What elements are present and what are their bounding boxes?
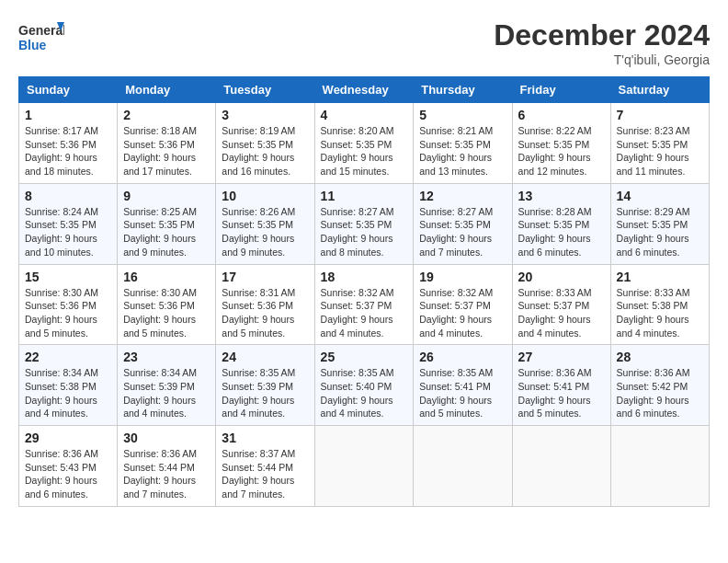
calendar-cell: 30 Sunrise: 8:36 AMSunset: 5:44 PMDaylig… <box>118 426 216 507</box>
calendar-cell <box>314 426 414 507</box>
day-number: 3 <box>222 108 308 122</box>
calendar-cell: 7 Sunrise: 8:23 AMSunset: 5:35 PMDayligh… <box>610 103 709 184</box>
calendar-cell <box>610 426 709 507</box>
calendar-cell: 18 Sunrise: 8:32 AMSunset: 5:37 PMDaylig… <box>314 264 414 345</box>
day-info: Sunrise: 8:32 AMSunset: 5:37 PMDaylight:… <box>321 287 394 339</box>
day-number: 22 <box>25 350 111 364</box>
day-info: Sunrise: 8:23 AMSunset: 5:35 PMDaylight:… <box>617 125 690 177</box>
day-number: 29 <box>25 431 111 445</box>
day-number: 25 <box>321 350 408 364</box>
logo: General Blue <box>18 18 64 59</box>
day-number: 6 <box>518 108 605 122</box>
day-number: 12 <box>419 189 506 203</box>
weekday-header-saturday: Saturday <box>610 77 709 103</box>
calendar-cell: 20 Sunrise: 8:33 AMSunset: 5:37 PMDaylig… <box>512 264 610 345</box>
title-area: December 2024 T'q'ibuli, Georgia <box>494 18 710 67</box>
day-info: Sunrise: 8:27 AMSunset: 5:35 PMDaylight:… <box>321 206 394 258</box>
calendar-cell: 1 Sunrise: 8:17 AMSunset: 5:36 PMDayligh… <box>19 103 118 184</box>
logo-svg: General Blue <box>18 18 64 59</box>
day-number: 14 <box>617 189 703 203</box>
calendar-cell <box>512 426 610 507</box>
week-row-2: 8 Sunrise: 8:24 AMSunset: 5:35 PMDayligh… <box>19 183 710 264</box>
calendar-cell: 13 Sunrise: 8:28 AMSunset: 5:35 PMDaylig… <box>512 183 610 264</box>
day-number: 30 <box>123 431 210 445</box>
day-info: Sunrise: 8:29 AMSunset: 5:35 PMDaylight:… <box>617 206 690 258</box>
day-info: Sunrise: 8:24 AMSunset: 5:35 PMDaylight:… <box>25 206 98 258</box>
svg-text:Blue: Blue <box>18 38 47 52</box>
weekday-header-friday: Friday <box>512 77 610 103</box>
day-info: Sunrise: 8:32 AMSunset: 5:37 PMDaylight:… <box>419 287 493 339</box>
day-info: Sunrise: 8:21 AMSunset: 5:35 PMDaylight:… <box>419 125 493 177</box>
day-number: 24 <box>222 350 308 364</box>
calendar-cell: 19 Sunrise: 8:32 AMSunset: 5:37 PMDaylig… <box>414 264 512 345</box>
day-info: Sunrise: 8:36 AMSunset: 5:44 PMDaylight:… <box>123 448 197 500</box>
day-number: 10 <box>222 189 308 203</box>
calendar-cell: 5 Sunrise: 8:21 AMSunset: 5:35 PMDayligh… <box>414 103 512 184</box>
calendar-cell: 27 Sunrise: 8:36 AMSunset: 5:41 PMDaylig… <box>512 345 610 426</box>
calendar-cell: 17 Sunrise: 8:31 AMSunset: 5:36 PMDaylig… <box>216 264 314 345</box>
day-info: Sunrise: 8:25 AMSunset: 5:35 PMDaylight:… <box>123 206 197 258</box>
weekday-header-wednesday: Wednesday <box>314 77 414 103</box>
calendar-cell: 25 Sunrise: 8:35 AMSunset: 5:40 PMDaylig… <box>314 345 414 426</box>
day-number: 5 <box>419 108 506 122</box>
day-number: 19 <box>419 270 506 284</box>
day-info: Sunrise: 8:20 AMSunset: 5:35 PMDaylight:… <box>321 125 394 177</box>
day-number: 15 <box>25 270 111 284</box>
calendar-cell: 12 Sunrise: 8:27 AMSunset: 5:35 PMDaylig… <box>414 183 512 264</box>
calendar-cell: 15 Sunrise: 8:30 AMSunset: 5:36 PMDaylig… <box>19 264 118 345</box>
calendar-cell: 6 Sunrise: 8:22 AMSunset: 5:35 PMDayligh… <box>512 103 610 184</box>
day-number: 21 <box>617 270 703 284</box>
day-info: Sunrise: 8:18 AMSunset: 5:36 PMDaylight:… <box>123 125 197 177</box>
day-info: Sunrise: 8:28 AMSunset: 5:35 PMDaylight:… <box>518 206 592 258</box>
svg-text:General: General <box>18 23 64 38</box>
day-info: Sunrise: 8:36 AMSunset: 5:42 PMDaylight:… <box>617 367 690 419</box>
day-number: 18 <box>321 270 408 284</box>
weekday-header-monday: Monday <box>118 77 216 103</box>
page-header: General Blue December 2024 T'q'ibuli, Ge… <box>18 18 710 67</box>
day-info: Sunrise: 8:26 AMSunset: 5:35 PMDaylight:… <box>222 206 295 258</box>
day-number: 7 <box>617 108 703 122</box>
week-row-4: 22 Sunrise: 8:34 AMSunset: 5:38 PMDaylig… <box>19 345 710 426</box>
day-number: 11 <box>321 189 408 203</box>
calendar-cell: 2 Sunrise: 8:18 AMSunset: 5:36 PMDayligh… <box>118 103 216 184</box>
weekday-header-sunday: Sunday <box>19 77 118 103</box>
calendar-cell: 23 Sunrise: 8:34 AMSunset: 5:39 PMDaylig… <box>118 345 216 426</box>
day-info: Sunrise: 8:34 AMSunset: 5:38 PMDaylight:… <box>25 367 98 419</box>
calendar-table: SundayMondayTuesdayWednesdayThursdayFrid… <box>18 76 710 507</box>
weekday-header-thursday: Thursday <box>414 77 512 103</box>
day-info: Sunrise: 8:27 AMSunset: 5:35 PMDaylight:… <box>419 206 493 258</box>
calendar-cell: 21 Sunrise: 8:33 AMSunset: 5:38 PMDaylig… <box>610 264 709 345</box>
day-info: Sunrise: 8:30 AMSunset: 5:36 PMDaylight:… <box>123 287 197 339</box>
day-number: 31 <box>222 431 308 445</box>
calendar-cell: 3 Sunrise: 8:19 AMSunset: 5:35 PMDayligh… <box>216 103 314 184</box>
calendar-cell: 16 Sunrise: 8:30 AMSunset: 5:36 PMDaylig… <box>118 264 216 345</box>
calendar-cell: 29 Sunrise: 8:36 AMSunset: 5:43 PMDaylig… <box>19 426 118 507</box>
location: T'q'ibuli, Georgia <box>494 52 710 67</box>
day-info: Sunrise: 8:22 AMSunset: 5:35 PMDaylight:… <box>518 125 592 177</box>
day-info: Sunrise: 8:36 AMSunset: 5:43 PMDaylight:… <box>25 448 98 500</box>
day-number: 8 <box>25 189 111 203</box>
calendar-cell <box>414 426 512 507</box>
day-number: 4 <box>321 108 408 122</box>
calendar-cell: 8 Sunrise: 8:24 AMSunset: 5:35 PMDayligh… <box>19 183 118 264</box>
day-number: 2 <box>123 108 210 122</box>
day-number: 16 <box>123 270 210 284</box>
day-info: Sunrise: 8:34 AMSunset: 5:39 PMDaylight:… <box>123 367 197 419</box>
calendar-cell: 11 Sunrise: 8:27 AMSunset: 5:35 PMDaylig… <box>314 183 414 264</box>
day-number: 20 <box>518 270 605 284</box>
calendar-cell: 31 Sunrise: 8:37 AMSunset: 5:44 PMDaylig… <box>216 426 314 507</box>
day-info: Sunrise: 8:33 AMSunset: 5:38 PMDaylight:… <box>617 287 690 339</box>
day-info: Sunrise: 8:31 AMSunset: 5:36 PMDaylight:… <box>222 287 295 339</box>
day-number: 23 <box>123 350 210 364</box>
weekday-header-tuesday: Tuesday <box>216 77 314 103</box>
calendar-cell: 24 Sunrise: 8:35 AMSunset: 5:39 PMDaylig… <box>216 345 314 426</box>
week-row-3: 15 Sunrise: 8:30 AMSunset: 5:36 PMDaylig… <box>19 264 710 345</box>
day-info: Sunrise: 8:36 AMSunset: 5:41 PMDaylight:… <box>518 367 592 419</box>
calendar-cell: 22 Sunrise: 8:34 AMSunset: 5:38 PMDaylig… <box>19 345 118 426</box>
day-number: 27 <box>518 350 605 364</box>
day-info: Sunrise: 8:19 AMSunset: 5:35 PMDaylight:… <box>222 125 295 177</box>
calendar-cell: 14 Sunrise: 8:29 AMSunset: 5:35 PMDaylig… <box>610 183 709 264</box>
calendar-cell: 9 Sunrise: 8:25 AMSunset: 5:35 PMDayligh… <box>118 183 216 264</box>
day-info: Sunrise: 8:17 AMSunset: 5:36 PMDaylight:… <box>25 125 98 177</box>
week-row-1: 1 Sunrise: 8:17 AMSunset: 5:36 PMDayligh… <box>19 103 710 184</box>
